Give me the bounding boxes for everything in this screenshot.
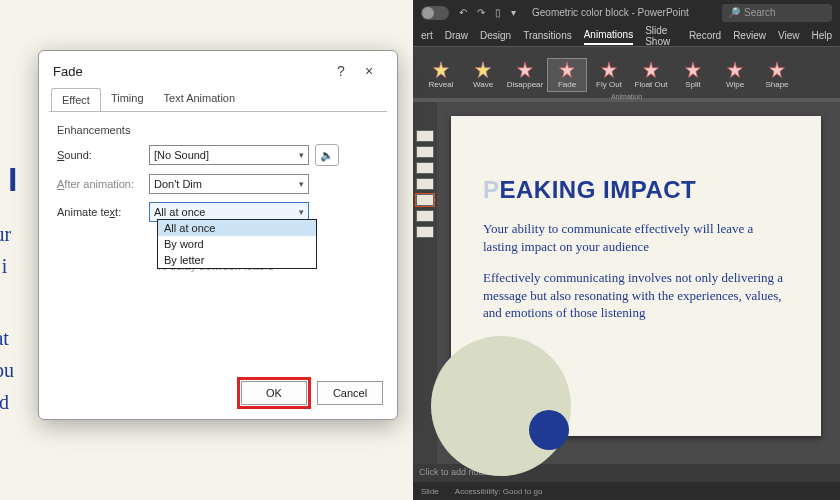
- decor-circle-icon: [431, 336, 571, 476]
- slide-title[interactable]: PEAKING IMPACT: [483, 176, 789, 204]
- row-after-animation: After animation: Don't Dim ▾: [57, 174, 379, 194]
- preview-sound-button[interactable]: 🔈: [315, 144, 339, 166]
- after-animation-value: Don't Dim: [154, 178, 202, 190]
- svg-marker-3: [560, 61, 575, 77]
- ribbon-group-label: Animation: [611, 93, 642, 100]
- dialog-tab-text-animation[interactable]: Text Animation: [154, 87, 246, 111]
- animate-text-value: All at once: [154, 206, 205, 218]
- svg-marker-5: [644, 61, 659, 77]
- anim-floatout[interactable]: Float Out: [631, 59, 671, 91]
- search-box[interactable]: 🔎 Search: [722, 4, 832, 22]
- star-icon: [600, 61, 618, 79]
- anim-label: Split: [685, 80, 701, 89]
- option-all-at-once[interactable]: All at once: [158, 220, 316, 236]
- label-sound: Sound:: [57, 149, 149, 161]
- sound-combo[interactable]: [No Sound] ▾: [149, 145, 309, 165]
- title-bar: ↶ ↷ ▯ ▾ Geometric color block - PowerPoi…: [413, 0, 840, 25]
- cancel-button[interactable]: Cancel: [317, 381, 383, 405]
- status-slide: Slide: [421, 487, 439, 496]
- tab-transitions[interactable]: Transitions: [523, 27, 572, 44]
- slide-thumbnail[interactable]: [416, 146, 434, 158]
- search-placeholder: Search: [744, 7, 776, 18]
- redo-icon[interactable]: ↷: [477, 7, 485, 18]
- svg-marker-4: [602, 61, 617, 77]
- powerpoint-window: ↶ ↷ ▯ ▾ Geometric color block - PowerPoi…: [413, 0, 840, 500]
- tab-design[interactable]: Design: [480, 27, 511, 44]
- anim-label: Reveal: [429, 80, 454, 89]
- anim-split[interactable]: Split: [673, 59, 713, 91]
- slide-thumbnail[interactable]: [416, 226, 434, 238]
- anim-shape[interactable]: Shape: [757, 59, 797, 91]
- slide-thumbnail[interactable]: [416, 162, 434, 174]
- anim-fade[interactable]: Fade: [547, 58, 587, 92]
- speaker-icon: 🔈: [320, 149, 334, 162]
- tab-slideshow[interactable]: Slide Show: [645, 22, 677, 50]
- slide-title-text: EAKING IMPACT: [500, 176, 697, 203]
- dialog-title: Fade: [53, 64, 83, 79]
- after-animation-combo[interactable]: Don't Dim ▾: [149, 174, 309, 194]
- slide-thumbnail[interactable]: [416, 210, 434, 222]
- slide-thumbnail[interactable]: [416, 130, 434, 142]
- animate-text-dropdown[interactable]: All at once By word By letter: [157, 219, 317, 269]
- anim-label: Shape: [765, 80, 788, 89]
- anim-wipe[interactable]: Wipe: [715, 59, 755, 91]
- star-icon: [558, 61, 576, 79]
- chevron-down-icon: ▾: [299, 207, 304, 217]
- slide-canvas[interactable]: PEAKING IMPACT Your ability to communica…: [451, 116, 821, 436]
- anim-label: Disappear: [507, 80, 543, 89]
- autosave-toggle-icon[interactable]: [421, 6, 449, 20]
- editor-area: PEAKING IMPACT Your ability to communica…: [413, 102, 840, 464]
- slide-body-1[interactable]: Your ability to communicate effectively …: [483, 220, 789, 255]
- slide-thumbnail[interactable]: [416, 194, 434, 206]
- bg-slide-body-fragments: amur our i nicat ge bu , and: [0, 218, 14, 418]
- label-after-animation: After animation:: [57, 178, 149, 190]
- undo-icon[interactable]: ↶: [459, 7, 467, 18]
- chevron-down-icon: ▾: [299, 179, 304, 189]
- anim-label: Fade: [558, 80, 576, 89]
- tab-view[interactable]: View: [778, 27, 800, 44]
- star-icon: [432, 61, 450, 79]
- help-button[interactable]: ?: [327, 63, 355, 79]
- slide-title-fading-char: P: [483, 176, 500, 203]
- star-icon: [768, 61, 786, 79]
- group-enhancements: Enhancements: [57, 124, 379, 136]
- dropdown-icon[interactable]: ▾: [511, 7, 516, 18]
- slide-body-2[interactable]: Effectively communicating involves not o…: [483, 269, 789, 322]
- slide-canvas-area[interactable]: PEAKING IMPACT Your ability to communica…: [437, 102, 840, 464]
- anim-disappear[interactable]: Disappear: [505, 59, 545, 91]
- decor-dot-icon: [529, 410, 569, 450]
- status-accessibility: Accessibility: Good to go: [455, 487, 543, 496]
- star-icon: [474, 61, 492, 79]
- tab-review[interactable]: Review: [733, 27, 766, 44]
- anim-reveal[interactable]: Reveal: [421, 59, 461, 91]
- svg-marker-1: [476, 61, 491, 77]
- option-by-word[interactable]: By word: [158, 236, 316, 252]
- slideshow-icon[interactable]: ▯: [495, 7, 501, 18]
- close-button[interactable]: ×: [355, 63, 383, 79]
- tab-insert[interactable]: ert: [421, 27, 433, 44]
- star-icon: [684, 61, 702, 79]
- anim-flyout[interactable]: Fly Out: [589, 59, 629, 91]
- dialog-tab-effect[interactable]: Effect: [51, 88, 101, 112]
- dialog-tabs: Effect Timing Text Animation: [39, 87, 397, 111]
- ok-button[interactable]: OK: [241, 381, 307, 405]
- row-sound: Sound: [No Sound] ▾ 🔈: [57, 144, 379, 166]
- svg-marker-8: [770, 61, 785, 77]
- star-icon: [642, 61, 660, 79]
- dialog-body: Enhancements Sound: [No Sound] ▾ 🔈 After…: [49, 111, 387, 369]
- svg-marker-7: [728, 61, 743, 77]
- anim-label: Float Out: [635, 80, 668, 89]
- tab-record[interactable]: Record: [689, 27, 721, 44]
- tab-animations[interactable]: Animations: [584, 26, 633, 45]
- option-by-letter[interactable]: By letter: [158, 252, 316, 268]
- animation-ribbon: Reveal Wave Disappear Fade Fly Out Float…: [413, 47, 840, 102]
- slide-thumbnail[interactable]: [416, 178, 434, 190]
- tab-help[interactable]: Help: [811, 27, 832, 44]
- dialog-titlebar[interactable]: Fade ? ×: [39, 51, 397, 87]
- anim-label: Wave: [473, 80, 493, 89]
- tab-draw[interactable]: Draw: [445, 27, 468, 44]
- star-icon: [726, 61, 744, 79]
- dialog-tab-timing[interactable]: Timing: [101, 87, 154, 111]
- anim-wave[interactable]: Wave: [463, 59, 503, 91]
- sound-value: [No Sound]: [154, 149, 209, 161]
